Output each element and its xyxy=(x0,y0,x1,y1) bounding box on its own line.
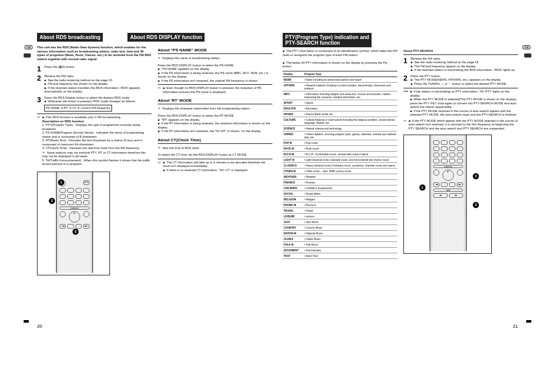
remote-button: ▶▶| xyxy=(83,224,89,229)
pty-display-cell: OTHER M xyxy=(283,168,303,174)
remote-button: ▶▶ xyxy=(449,193,464,198)
rs2b: The PTY MODE(NEWS, AFFAIRS, etc.) appear… xyxy=(411,78,502,81)
pty-display-cell: LEISURE xyxy=(283,213,303,219)
callout-1: 1 xyxy=(58,179,64,185)
pty-display-cell: WEATHER xyxy=(283,174,303,179)
table-row: INFO• Information including weights and … xyxy=(283,91,397,100)
pty-type-cell: • Drama Radio serial, etc. xyxy=(303,111,397,117)
remote-button xyxy=(76,188,82,193)
remote-button xyxy=(67,188,73,193)
r-notes-1: ⟶ If the station is transmitting no PTY … xyxy=(403,90,518,117)
col-left-b: About "PS NAME" MODE Displays the name o… xyxy=(158,44,272,275)
note-4: 4. CT(Clock Time) : Decodes the real tim… xyxy=(42,146,140,150)
rt1: Displays the character transmitted from … xyxy=(158,107,250,110)
step-2: 2 Receive the FM radio. See the radio re… xyxy=(37,74,152,94)
pty-display-cell: SOCIAL xyxy=(283,191,303,196)
page-right: GB PTY(Program Type) indication and PTY-… xyxy=(278,31,523,329)
step-num-3: 3 xyxy=(37,96,42,112)
ct1: Sets the time of RDS clock. xyxy=(158,146,200,150)
table-row: FOLK M• Folk Music xyxy=(283,241,397,247)
r-step-num-1: 1 xyxy=(403,57,409,72)
pty-type-cell: • Country Music xyxy=(303,225,397,230)
pty-type-cell: • Religion xyxy=(303,196,397,202)
remote-figure-left: MUTE C xyxy=(37,172,110,275)
remote-button: ▶II xyxy=(69,211,80,222)
r-step-num-2: 2 xyxy=(403,74,409,86)
note-4b: Some stations may not transmit PTY, RT o… xyxy=(42,151,145,158)
rs1a: Receive the FM radio. xyxy=(411,57,441,60)
ps2: Press the RDS DISPLAY button to select t… xyxy=(158,64,234,67)
step-body-3: Press the RDS Display button to select t… xyxy=(44,96,152,112)
pty-display-cell: CHILDREN xyxy=(283,185,303,191)
remote-button xyxy=(441,140,447,145)
note-1: 1. PTY(Program Type) : Displays the type… xyxy=(42,123,140,130)
rs2c: Press the TUNING ︿ or ﹀ button to select… xyxy=(411,82,507,85)
remote-button: ▶II xyxy=(442,170,454,181)
ctn2: If there is no received CT information, … xyxy=(163,169,248,172)
table-row: TRAVEL• Travel xyxy=(283,208,397,213)
table-row: FINANCE• Finance xyxy=(283,179,397,185)
remote-button xyxy=(433,140,439,145)
remote-button: ◀◀ xyxy=(433,193,448,198)
pty-type-cell: • Light classical music Classical music,… xyxy=(303,157,397,162)
remote-button xyxy=(457,153,463,157)
pty-display-cell: POP M xyxy=(283,140,303,145)
pty-display-cell: SCIENCE xyxy=(283,125,303,131)
intro-text: This unit has the RDS (Radio Data System… xyxy=(37,46,152,61)
remote-button xyxy=(457,140,463,145)
remote-button: ▶▶| xyxy=(457,182,463,187)
page-bar-left xyxy=(24,320,29,323)
table-row: CLASSICS• Heavy classical music-Orchestr… xyxy=(283,162,397,168)
rs1c: The FM and frequency appear on the displ… xyxy=(411,65,476,68)
pty-type-cell: • Weather xyxy=(303,174,397,179)
table-row: CULTURE• Culture-National or local cultu… xyxy=(283,117,397,125)
callout-2: 2 xyxy=(49,198,55,204)
rs2a: Press the PTY button. xyxy=(411,74,441,78)
pty-type-cell: • Rock music xyxy=(303,145,397,151)
remote-button xyxy=(67,194,73,199)
rn2: When the PTY MODE is selected(The PTY MO… xyxy=(410,98,517,108)
right-columns: The PTY information is composed of an id… xyxy=(283,49,518,259)
desc-head: Description on RDS function xyxy=(42,120,84,123)
note-2: 2. PS NAME(Program Service Name) : Indic… xyxy=(42,131,144,138)
table-row: EDUCATE• Education xyxy=(283,105,397,111)
r-notes-2: ▭ If the PTY MODE which agrees with the … xyxy=(403,119,518,131)
pty-display-cell: DRAMA xyxy=(283,111,303,117)
pty-type-cell: • Folk Music xyxy=(303,241,397,247)
header-pty: PTY(Program Type) indication and PTY-SEA… xyxy=(283,33,372,47)
pty-type-cell: • Leisure xyxy=(303,213,397,219)
pty-display-cell: INFO xyxy=(283,91,303,100)
table-row: LEISURE• Leisure xyxy=(283,213,397,219)
pty-type-cell: • News including an announced opinion an… xyxy=(303,77,397,82)
ps5: If the PS information isn't received, th… xyxy=(158,79,258,82)
pty-display-cell: VARIED xyxy=(283,131,303,140)
pty-type-cell: • Documentary xyxy=(303,247,397,253)
remote-button xyxy=(83,200,89,205)
table-row: SOCIAL• Social affairs xyxy=(283,191,397,196)
remote-button xyxy=(457,146,463,151)
remote-button xyxy=(76,194,82,199)
remote-button xyxy=(433,153,439,157)
pty-type-cell: • Travel xyxy=(303,208,397,213)
rn1: If the station is transmitting no PTY in… xyxy=(410,90,509,97)
rt4: If the RT information is being received,… xyxy=(158,122,270,129)
rn3: If the PTY MODE received in the course o… xyxy=(410,109,517,117)
pty-type-cell: • Phone In xyxy=(303,202,397,208)
pty-display-cell: DOCUMENT xyxy=(283,247,303,253)
left-columns: This unit has the RDS (Radio Data System… xyxy=(37,44,272,275)
ctn1: The CT information will take up to 2 min… xyxy=(163,161,265,168)
pty-display-cell: TEST xyxy=(283,253,303,258)
table-row: AFFAIRS• General subjects including a cu… xyxy=(283,82,397,91)
r-step-1: 1 Receive the FM radio. See the radio re… xyxy=(403,57,518,72)
ri1: The PTY information is composed of an id… xyxy=(283,49,397,57)
pty-type-cell: • Social affairs xyxy=(303,191,397,196)
col-right-a: The PTY information is composed of an id… xyxy=(283,49,397,259)
s2b: See the radio receiving method on the pa… xyxy=(44,79,113,82)
table-row: M.O.R.M• M.O.R. Comfortable music, occas… xyxy=(283,151,397,157)
remote-button xyxy=(441,146,447,151)
remote-icon-left xyxy=(24,53,31,58)
pty-type-cell: • Oldies Music xyxy=(303,236,397,241)
remote-key-icon: ▭ xyxy=(403,119,406,131)
rt-head: About 'RT' MODE xyxy=(158,98,272,104)
remote-button: |◀◀ xyxy=(60,224,66,229)
